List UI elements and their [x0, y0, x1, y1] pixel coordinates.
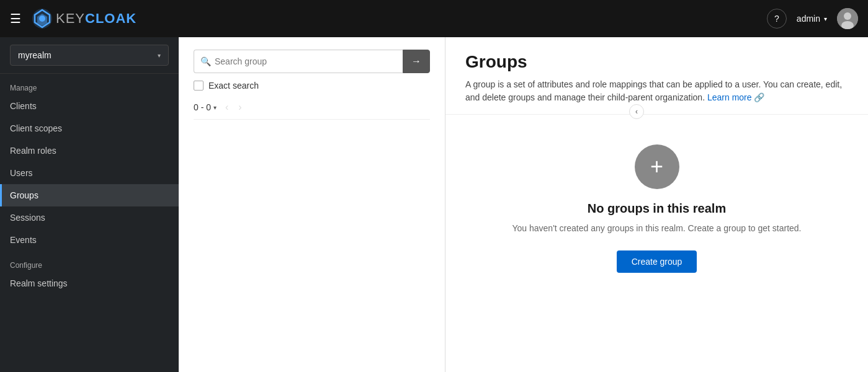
sidebar-item-label: Realm settings: [10, 278, 68, 288]
hamburger-menu-icon[interactable]: ☰: [10, 11, 21, 26]
panel-collapse-button[interactable]: ‹: [629, 104, 644, 119]
realm-dropdown[interactable]: myrealm ▾: [10, 45, 169, 66]
sidebar: myrealm ▾ Manage Clients Client scopes R…: [0, 37, 179, 372]
pagination-prev-button[interactable]: ‹: [221, 100, 232, 114]
exact-search-label[interactable]: Exact search: [208, 81, 259, 91]
plus-icon: +: [650, 156, 663, 178]
user-menu[interactable]: admin ▾: [797, 14, 827, 24]
collapse-icon: ‹: [635, 107, 638, 116]
exact-search-checkbox[interactable]: [194, 81, 204, 91]
left-panel: 🔍 → Exact search 0 - 0 ▾ ‹ ›: [179, 37, 445, 372]
create-group-button[interactable]: Create group: [617, 250, 697, 273]
empty-state: + No groups in this realm You haven't cr…: [445, 115, 868, 303]
search-input[interactable]: [215, 56, 396, 66]
external-link-icon: 🔗: [754, 92, 764, 102]
user-name: admin: [797, 14, 820, 24]
groups-description-text: A group is a set of attributes and role …: [465, 79, 842, 102]
sidebar-item-label: Groups: [10, 190, 38, 200]
sidebar-item-users[interactable]: Users: [0, 162, 179, 184]
right-panel: Groups A group is a set of attributes an…: [445, 37, 868, 372]
sidebar-item-sessions[interactable]: Sessions: [0, 206, 179, 229]
sidebar-item-client-scopes[interactable]: Client scopes: [0, 117, 179, 140]
main-layout: myrealm ▾ Manage Clients Client scopes R…: [0, 37, 868, 372]
search-input-wrap: 🔍: [194, 50, 403, 73]
sidebar-item-clients[interactable]: Clients: [0, 95, 179, 117]
pagination-caret-icon[interactable]: ▾: [213, 104, 217, 111]
empty-state-title: No groups in this realm: [588, 202, 726, 216]
sidebar-item-label: Clients: [10, 101, 37, 111]
sidebar-item-label: Sessions: [10, 213, 45, 223]
search-row: 🔍 →: [194, 50, 430, 73]
logo-cloak: CLOAK: [85, 11, 136, 26]
pagination-row: 0 - 0 ▾ ‹ ›: [194, 100, 430, 114]
pagination-count-text: 0 - 0: [194, 102, 211, 112]
empty-state-description: You haven't created any groups in this r…: [512, 223, 802, 233]
sidebar-section-configure: Configure: [0, 251, 179, 272]
right-panel-header: Groups A group is a set of attributes an…: [445, 37, 868, 115]
divider: [194, 119, 430, 120]
pagination-nav: ‹ ›: [221, 100, 246, 114]
sidebar-item-label: Client scopes: [10, 123, 62, 133]
search-arrow-icon: →: [411, 56, 421, 67]
top-navigation: ☰ KEYCLOAK ? admin ▾: [0, 0, 868, 37]
sidebar-item-label: Realm roles: [10, 146, 56, 156]
search-button[interactable]: →: [403, 50, 430, 73]
sidebar-item-label: Users: [10, 168, 33, 178]
realm-selector: myrealm ▾: [0, 37, 179, 74]
pagination-next-button[interactable]: ›: [235, 100, 245, 114]
avatar[interactable]: [837, 8, 858, 29]
svg-point-3: [39, 16, 45, 22]
logo-key: KEY: [56, 11, 85, 26]
logo-text: KEYCLOAK: [56, 11, 136, 27]
help-button[interactable]: ?: [767, 9, 787, 29]
sidebar-item-realm-settings[interactable]: Realm settings: [0, 272, 179, 294]
realm-name: myrealm: [18, 50, 51, 60]
realm-caret-icon: ▾: [158, 52, 161, 59]
svg-point-5: [844, 12, 851, 20]
user-caret-icon: ▾: [824, 16, 827, 22]
sidebar-item-realm-roles[interactable]: Realm roles: [0, 140, 179, 162]
learn-more-link[interactable]: Learn more 🔗: [707, 92, 764, 102]
content-area: 🔍 → Exact search 0 - 0 ▾ ‹ ›: [179, 37, 868, 372]
search-icon: 🔍: [200, 56, 211, 66]
groups-description: A group is a set of attributes and role …: [465, 78, 848, 104]
sidebar-item-label: Events: [10, 235, 37, 245]
empty-state-icon: +: [635, 144, 679, 189]
pagination-count: 0 - 0 ▾: [194, 102, 217, 112]
exact-search-row: Exact search: [194, 81, 430, 91]
logo: KEYCLOAK: [31, 7, 136, 30]
sidebar-item-events[interactable]: Events: [0, 229, 179, 251]
page-title: Groups: [465, 52, 848, 72]
sidebar-item-groups[interactable]: Groups: [0, 184, 179, 206]
sidebar-section-manage: Manage: [0, 74, 179, 95]
